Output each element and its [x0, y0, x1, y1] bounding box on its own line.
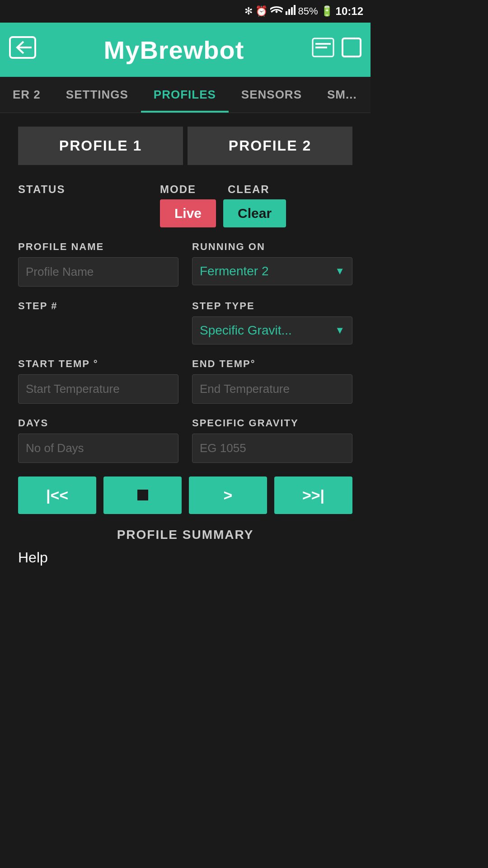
menu-icon[interactable]	[312, 38, 334, 62]
mode-label: MODE	[160, 183, 196, 196]
days-gravity-row: DAYS SPECIFIC GRAVITY	[18, 417, 352, 463]
bluetooth-icon: ✻	[244, 5, 253, 17]
svg-rect-8	[315, 47, 327, 48]
app-title: MyBrewbot	[104, 35, 244, 65]
specific-gravity-group: SPECIFIC GRAVITY	[192, 417, 352, 463]
step-type-dropdown[interactable]: Specific Gravit... ▼	[192, 316, 352, 344]
profile-selector: PROFILE 1 PROFILE 2	[18, 127, 352, 165]
step-type-label: STEP TYPE	[192, 300, 352, 312]
stop-icon	[137, 490, 148, 500]
next-button[interactable]: >	[189, 476, 267, 514]
svg-rect-2	[291, 7, 293, 15]
specific-gravity-label: SPECIFIC GRAVITY	[192, 417, 352, 429]
profile-2-button[interactable]: PROFILE 2	[188, 127, 352, 165]
wifi-icon	[270, 5, 283, 18]
last-button[interactable]: >>|	[274, 476, 352, 514]
profile-name-group: PROFILE NAME	[18, 241, 178, 287]
days-group: DAYS	[18, 417, 178, 463]
tab-fermenter2[interactable]: ER 2	[0, 77, 53, 113]
running-on-arrow: ▼	[335, 265, 345, 277]
svg-rect-1	[288, 9, 290, 15]
battery-icon: 🔋	[321, 5, 333, 17]
tab-profiles[interactable]: PROFILES	[141, 77, 229, 113]
running-on-label: RUNNING ON	[192, 241, 352, 253]
svg-rect-3	[294, 5, 296, 15]
clear-label: CLEAR	[228, 183, 270, 196]
days-input[interactable]	[18, 434, 178, 463]
svg-rect-9	[343, 38, 361, 57]
end-temp-input[interactable]	[192, 374, 352, 404]
tab-sensors[interactable]: SENSORS	[229, 77, 314, 113]
profile-summary-label: PROFILE SUMMARY	[18, 528, 352, 542]
time-display: 10:12	[336, 5, 363, 18]
running-on-dropdown[interactable]: Fermenter 2 ▼	[192, 257, 352, 285]
step-type-group: STEP TYPE Specific Gravit... ▼	[192, 300, 352, 344]
end-temp-label: END TEMP°	[192, 358, 352, 370]
end-temp-group: END TEMP°	[192, 358, 352, 404]
profile-name-input[interactable]	[18, 257, 178, 287]
svg-rect-0	[286, 11, 287, 15]
step-type-value: Specific Gravit...	[200, 323, 292, 338]
profile-name-label: PROFILE NAME	[18, 241, 178, 253]
step-type-arrow: ▼	[335, 325, 345, 336]
step-number-label: STEP #	[18, 300, 178, 312]
mode-clear-section: MODE CLEAR Live Clear	[160, 183, 352, 227]
step-number-group: STEP #	[18, 300, 178, 344]
mode-clear-buttons: Live Clear	[160, 199, 352, 227]
specific-gravity-input[interactable]	[192, 434, 352, 463]
profile-1-button[interactable]: PROFILE 1	[18, 127, 183, 165]
running-on-group: RUNNING ON Fermenter 2 ▼	[192, 241, 352, 287]
status-label: STATUS	[18, 183, 146, 196]
status-bar: ✻ ⏰ 85% 🔋 10:12	[0, 0, 371, 23]
app-header: MyBrewbot	[0, 23, 371, 77]
svg-rect-7	[315, 43, 331, 45]
help-label[interactable]: Help	[18, 549, 352, 566]
window-icon[interactable]	[342, 38, 361, 62]
temp-row: START TEMP ° END TEMP°	[18, 358, 352, 404]
clear-button[interactable]: Clear	[223, 199, 286, 227]
start-temp-label: START TEMP °	[18, 358, 178, 370]
signal-icon	[286, 5, 296, 18]
stop-button[interactable]	[103, 476, 182, 514]
back-button[interactable]	[9, 36, 36, 63]
running-on-value: Fermenter 2	[200, 264, 269, 278]
live-button[interactable]: Live	[160, 199, 216, 227]
navigation-buttons: |<< > >>|	[18, 476, 352, 514]
tab-sm[interactable]: SM...	[314, 77, 370, 113]
nav-tabs: ER 2 SETTINGS PROFILES SENSORS SM...	[0, 77, 371, 113]
status-section: STATUS	[18, 183, 146, 201]
main-content: PROFILE 1 PROFILE 2 STATUS MODE CLEAR Li…	[0, 113, 371, 580]
tab-settings[interactable]: SETTINGS	[53, 77, 141, 113]
step-row: STEP # STEP TYPE Specific Gravit... ▼	[18, 300, 352, 344]
status-icons: ✻ ⏰ 85% 🔋 10:12	[244, 5, 363, 18]
profile-name-row: PROFILE NAME RUNNING ON Fermenter 2 ▼	[18, 241, 352, 287]
first-button[interactable]: |<<	[18, 476, 96, 514]
start-temp-group: START TEMP °	[18, 358, 178, 404]
alarm-icon: ⏰	[255, 5, 267, 17]
days-label: DAYS	[18, 417, 178, 429]
header-right-icons	[312, 38, 361, 62]
start-temp-input[interactable]	[18, 374, 178, 404]
battery-text: 85%	[298, 5, 318, 17]
